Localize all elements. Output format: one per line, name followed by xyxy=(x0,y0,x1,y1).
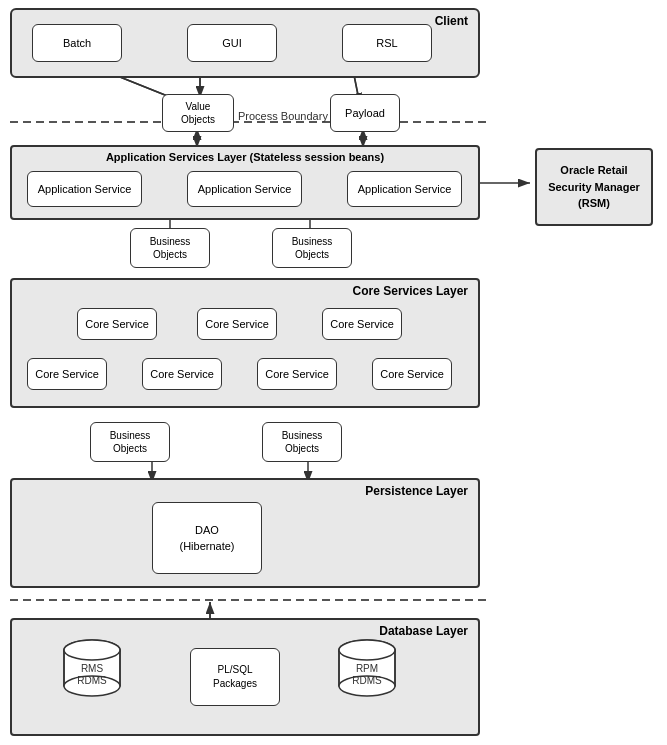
client-layer: Client Batch GUI RSL xyxy=(10,8,480,78)
gui-box: GUI xyxy=(187,24,277,62)
dao-box: DAO(Hibernate) xyxy=(152,502,262,574)
svg-text:RDMS: RDMS xyxy=(352,675,382,686)
rms-rdms: RMS RDMS xyxy=(52,638,132,698)
app-services-label: Application Services Layer (Stateless se… xyxy=(106,151,384,163)
core-service-2: Core Service xyxy=(197,308,277,340)
core-services-label: Core Services Layer xyxy=(353,284,468,298)
svg-text:RPM: RPM xyxy=(356,663,378,674)
diagram-container: Client Batch GUI RSL Value Objects Proce… xyxy=(0,0,667,745)
value-objects-box: Value Objects xyxy=(162,94,234,132)
batch-box: Batch xyxy=(32,24,122,62)
rsm-box: Oracle Retail Security Manager (RSM) xyxy=(535,148,653,226)
business-objects-bottom-left: Business Objects xyxy=(90,422,170,462)
core-service-5: Core Service xyxy=(142,358,222,390)
svg-text:RDMS: RDMS xyxy=(77,675,107,686)
database-label: Database Layer xyxy=(379,624,468,638)
persistence-layer: Persistence Layer DAO(Hibernate) xyxy=(10,478,480,588)
core-services-layer: Core Services Layer Core Service Core Se… xyxy=(10,278,480,408)
core-service-3: Core Service xyxy=(322,308,402,340)
payload-box: Payload xyxy=(330,94,400,132)
core-service-1: Core Service xyxy=(77,308,157,340)
persistence-label: Persistence Layer xyxy=(365,484,468,498)
rsl-box: RSL xyxy=(342,24,432,62)
core-service-7: Core Service xyxy=(372,358,452,390)
rpm-rdms: RPM RDMS xyxy=(327,638,407,698)
svg-point-36 xyxy=(64,640,120,660)
svg-point-44 xyxy=(339,640,395,660)
core-service-6: Core Service xyxy=(257,358,337,390)
svg-text:RMS: RMS xyxy=(81,663,104,674)
app-service-1: Application Service xyxy=(27,171,142,207)
business-objects-bottom-right: Business Objects xyxy=(262,422,342,462)
app-service-3: Application Service xyxy=(347,171,462,207)
database-layer: Database Layer RMS RDMS PL/SQLPackages xyxy=(10,618,480,736)
plsql-packages: PL/SQLPackages xyxy=(190,648,280,706)
core-service-4: Core Service xyxy=(27,358,107,390)
app-service-2: Application Service xyxy=(187,171,302,207)
business-objects-top-left: Business Objects xyxy=(130,228,210,268)
app-services-layer: Application Services Layer (Stateless se… xyxy=(10,145,480,220)
business-objects-top-right: Business Objects xyxy=(272,228,352,268)
process-boundary-text: Process Boundary xyxy=(238,110,328,122)
client-label: Client xyxy=(435,14,468,28)
